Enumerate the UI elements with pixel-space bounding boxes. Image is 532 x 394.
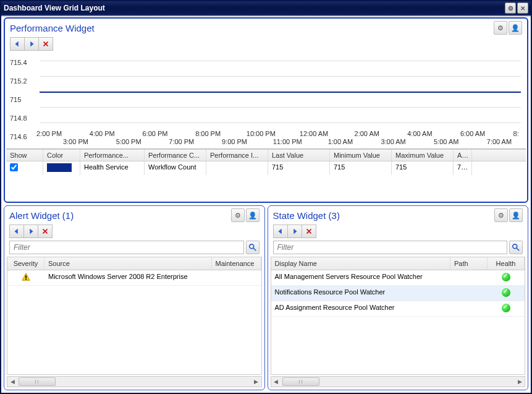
col-maintenance[interactable]: Maintenance (212, 257, 261, 270)
performance-legend-table: Show Color Performance... Performance C.… (6, 148, 526, 175)
state-grid: Display Name Path Health All Management … (271, 257, 526, 375)
titlebar: Dashboard View Grid Layout ⚙ ✕ (1, 1, 531, 15)
x-axis: 2:00 PM 4:00 PM 6:00 PM 8:00 PM 10:00 PM… (40, 130, 521, 146)
col-display-name[interactable]: Display Name (271, 257, 451, 270)
scroll-thumb[interactable] (282, 377, 319, 386)
health-ok-icon (502, 288, 510, 297)
svg-line-1 (253, 248, 255, 251)
state-widget-title: State Widget (3) (273, 210, 340, 221)
scroll-right-icon[interactable]: ▶ (251, 377, 261, 387)
arrow-right-icon (27, 40, 36, 48)
scroll-thumb[interactable] (19, 377, 56, 386)
widget-settings-button[interactable]: ⚙ (231, 208, 245, 222)
state-filter-input[interactable] (273, 241, 508, 254)
alert-filter-input[interactable] (9, 241, 244, 254)
nav-forward-button[interactable] (24, 37, 39, 51)
state-row[interactable]: Notifications Resource Pool Watcher (271, 286, 525, 301)
legend-color-swatch (47, 163, 72, 172)
svg-point-0 (249, 244, 253, 249)
nav-back-button[interactable] (9, 225, 24, 238)
state-hscrollbar[interactable]: ◀ ▶ (271, 376, 526, 387)
widget-settings-button[interactable]: ⚙ (494, 208, 508, 222)
nav-back-button[interactable] (273, 225, 288, 238)
scroll-right-icon[interactable]: ▶ (515, 377, 525, 387)
svg-rect-2 (25, 275, 27, 278)
dashboard-content: Performance Widget ⚙ 👤 715 (1, 15, 531, 393)
alert-grid: Severity Source Maintenance Microsoft Wi… (7, 257, 262, 375)
warning-icon (22, 273, 30, 281)
y-tick: 714.8 (10, 114, 27, 122)
state-row[interactable]: All Management Servers Resource Pool Wat… (271, 270, 525, 286)
alert-row[interactable]: Microsoft Windows Server 2008 R2 Enterpr… (7, 270, 261, 286)
col-severity[interactable]: Severity (7, 257, 44, 270)
health-ok-icon (502, 273, 510, 281)
y-tick: 715.4 (10, 59, 27, 66)
performance-widget-title: Performance Widget (10, 23, 95, 33)
col-source[interactable]: Source (44, 257, 212, 270)
col-perf-object[interactable]: Performance... (80, 150, 145, 161)
alert-search-button[interactable] (246, 241, 260, 254)
col-color[interactable]: Color (43, 150, 80, 161)
state-widget: State Widget (3) ⚙ 👤 (268, 205, 529, 390)
col-perf-instance[interactable]: Performance I... (206, 150, 268, 161)
col-avg-value[interactable]: Ave (454, 150, 472, 161)
health-ok-icon (502, 304, 510, 312)
arrow-left-icon (276, 227, 285, 236)
arrow-right-icon (27, 227, 35, 236)
state-search-button[interactable] (509, 241, 523, 254)
col-health[interactable]: Health (488, 257, 525, 270)
widget-personalize-button[interactable]: 👤 (509, 21, 522, 35)
alert-widget-title: Alert Widget (1) (9, 210, 74, 221)
widget-personalize-button[interactable]: 👤 (246, 208, 260, 222)
widget-personalize-button[interactable]: 👤 (509, 208, 523, 222)
performance-widget: Performance Widget ⚙ 👤 715 (4, 17, 528, 203)
widget-settings-button[interactable]: ⚙ (494, 21, 507, 35)
delete-x-icon (305, 227, 313, 236)
search-icon (248, 243, 257, 252)
nav-delete-button[interactable] (302, 225, 316, 238)
col-min-value[interactable]: Minimum Value (330, 150, 392, 161)
arrow-right-icon (290, 227, 299, 236)
state-row[interactable]: AD Assignment Resource Pool Watcher (271, 301, 525, 317)
delete-x-icon (41, 40, 50, 48)
nav-back-button[interactable] (10, 37, 25, 51)
scroll-left-icon[interactable]: ◀ (271, 377, 281, 387)
col-max-value[interactable]: Maximum Value (392, 150, 454, 161)
nav-delete-button[interactable] (38, 225, 53, 238)
alert-widget: Alert Widget (1) ⚙ 👤 (4, 205, 265, 390)
col-path[interactable]: Path (450, 257, 488, 270)
y-tick: 715 (10, 96, 21, 103)
col-perf-counter[interactable]: Performance C... (145, 150, 206, 161)
svg-rect-3 (25, 279, 27, 280)
search-icon (512, 243, 520, 252)
scroll-left-icon[interactable]: ◀ (7, 377, 17, 387)
nav-forward-button[interactable] (287, 225, 302, 238)
y-tick: 715.2 (10, 77, 27, 85)
legend-row[interactable]: Health Service Workflow Count 715 715 71… (6, 161, 526, 175)
titlebar-tool-button-1[interactable]: ⚙ (505, 2, 516, 14)
window-title: Dashboard View Grid Layout (4, 4, 105, 12)
dashboard-window: Dashboard View Grid Layout ⚙ ✕ Performan… (0, 0, 532, 394)
svg-point-4 (513, 244, 517, 249)
col-show[interactable]: Show (6, 150, 43, 161)
nav-forward-button[interactable] (23, 225, 38, 238)
alert-hscrollbar[interactable]: ◀ ▶ (7, 376, 262, 387)
y-tick: 714.6 (10, 133, 27, 140)
legend-show-checkbox[interactable] (10, 163, 18, 171)
delete-x-icon (41, 227, 49, 236)
titlebar-tool-button-2[interactable]: ✕ (517, 2, 528, 14)
arrow-left-icon (12, 227, 21, 236)
nav-delete-button[interactable] (38, 37, 53, 51)
svg-line-5 (517, 248, 519, 251)
col-last-value[interactable]: Last Value (268, 150, 330, 161)
performance-chart: 715.4 715.2 715 714.8 714.6 2:00 PM (10, 53, 522, 146)
chart-series-line (40, 92, 521, 93)
arrow-left-icon (13, 40, 22, 48)
